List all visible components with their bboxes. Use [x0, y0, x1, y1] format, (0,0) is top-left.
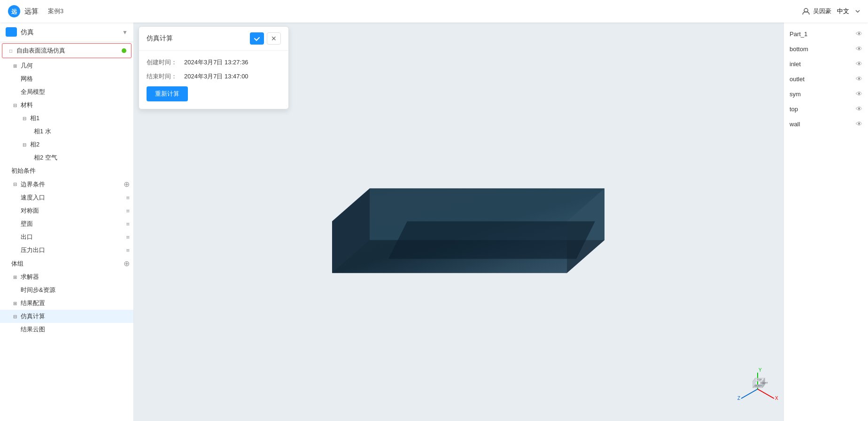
right-panel-item-sym[interactable]: sym 👁 [784, 86, 868, 101]
sim-panel-actions: ✕ [250, 32, 281, 45]
expand-icon-free-surface[interactable]: □ [7, 47, 15, 54]
tree-node-phase1-water[interactable]: 相1 水 [0, 125, 133, 138]
svg-text:Y: Y [759, 368, 762, 373]
menu-icon-sym-face[interactable]: ≡ [126, 207, 130, 214]
visibility-icon-inlet[interactable]: 👁 [856, 60, 862, 68]
right-panel-item-top[interactable]: top 👁 [784, 101, 868, 116]
sim-panel-close-btn[interactable]: ✕ [267, 32, 281, 45]
node-label-mesh: 网格 [21, 75, 130, 83]
tree-node-result-cloud[interactable]: 结果云图 [0, 323, 133, 336]
add-body-group-btn[interactable]: ⊕ [124, 259, 130, 268]
visibility-icon-top[interactable]: 👁 [856, 105, 862, 113]
right-panel-item-outlet[interactable]: outlet 👁 [784, 71, 868, 86]
right-panel-label-outlet: outlet [790, 76, 805, 83]
right-panel-item-bottom[interactable]: bottom 👁 [784, 41, 868, 56]
visibility-icon-sym[interactable]: 👁 [856, 90, 862, 98]
sim-icon [6, 27, 17, 37]
sim-panel-recalc: 重新计算 [147, 86, 281, 101]
tree-node-sym-face[interactable]: 对称面 ≡ [0, 204, 133, 217]
recalc-button[interactable]: 重新计算 [147, 86, 188, 101]
menu-icon-wall[interactable]: ≡ [126, 221, 130, 228]
right-panel-label-top: top [790, 106, 798, 113]
tree-node-timestep[interactable]: 时间步&资源 [0, 283, 133, 297]
tree-node-body-group[interactable]: 体组 ⊕ [0, 257, 133, 270]
node-label-solver: 求解器 [21, 273, 130, 281]
sidebar-collapse-btn[interactable]: ▼ [122, 29, 128, 36]
tree-node-phase2-air[interactable]: 相2 空气 [0, 151, 133, 164]
user-icon [802, 7, 810, 15]
tree-node-pressure-outlet[interactable]: 压力出口 ≡ [0, 244, 133, 257]
svg-line-17 [741, 389, 758, 398]
orientation-cube[interactable]: Y X Z FRONT TOP RIGHT [736, 368, 779, 412]
tree-node-mesh[interactable]: 网格 [0, 72, 133, 85]
node-label-phase2: 相2 [30, 140, 130, 149]
tree-node-boundary[interactable]: ⊟ 边界条件 ⊕ [0, 177, 133, 191]
tree-node-full-model[interactable]: 全局模型 [0, 85, 133, 99]
node-label-wall: 壁面 [21, 220, 124, 228]
node-label-phase1-water: 相1 水 [34, 127, 130, 136]
chevron-down-icon [855, 8, 860, 14]
close-x-icon: ✕ [271, 35, 277, 42]
node-label-result-cloud: 结果云图 [21, 325, 130, 334]
visibility-icon-part1[interactable]: 👁 [856, 30, 862, 38]
tree-node-initial-cond[interactable]: 初始条件 [0, 164, 133, 177]
node-label-sym-face: 对称面 [21, 207, 124, 215]
tree-node-velocity-inlet[interactable]: 速度入口 ≡ [0, 191, 133, 204]
sim-panel-title: 仿真计算 [147, 34, 250, 43]
node-label-initial-cond: 初始条件 [11, 167, 130, 175]
node-label-sim-calc: 仿真计算 [21, 312, 130, 321]
sidebar-header: 仿真 ▼ [0, 23, 133, 42]
tree-node-phase1[interactable]: ⊟ 相1 [0, 112, 133, 125]
right-panel-item-inlet[interactable]: inlet 👁 [784, 56, 868, 71]
node-label-pressure-outlet: 压力出口 [21, 246, 124, 254]
tree-node-outlet[interactable]: 出口 ≡ [0, 230, 133, 244]
sim-panel-header: 仿真计算 ✕ [139, 27, 288, 51]
sim-panel-created-row: 创建时间： 2024年3月7日 13:27:36 [147, 58, 281, 67]
expand-icon-result-config[interactable]: ⊞ [11, 299, 19, 307]
right-panel-label-bottom: bottom [790, 46, 808, 53]
node-label-material: 材料 [21, 101, 130, 109]
menu-icon-velocity-inlet[interactable]: ≡ [126, 194, 130, 201]
visibility-icon-wall[interactable]: 👁 [856, 120, 862, 128]
right-panel-label-inlet: inlet [790, 61, 801, 68]
svg-line-15 [758, 389, 774, 398]
node-label-boundary: 边界条件 [21, 180, 45, 189]
tree-container: □ 自由表面流场仿真 ⊞ 几何 网格 全局模型 ⊟ 材料 [0, 42, 133, 336]
add-boundary-btn[interactable]: ⊕ [124, 180, 130, 189]
topbar-right: 吴因豪 中文 [802, 7, 860, 15]
tree-node-phase2[interactable]: ⊟ 相2 [0, 138, 133, 151]
created-label: 创建时间： [147, 58, 184, 67]
tree-node-solver[interactable]: ⊞ 求解器 [0, 270, 133, 283]
expand-icon-boundary[interactable]: ⊟ [11, 181, 19, 188]
node-label-phase2-air: 相2 空气 [34, 153, 130, 162]
svg-text:Z: Z [737, 396, 740, 401]
status-dot-free-surface [122, 48, 126, 53]
expand-icon-geometry[interactable]: ⊞ [11, 62, 19, 69]
svg-text:RIGHT: RIGHT [760, 382, 768, 384]
node-label-body-group: 体组 [11, 260, 122, 268]
menu-icon-outlet[interactable]: ≡ [126, 234, 130, 241]
created-value: 2024年3月7日 13:27:36 [184, 58, 248, 67]
expand-icon-phase1[interactable]: ⊟ [21, 115, 28, 122]
node-label-timestep: 时间步&资源 [21, 286, 130, 294]
expand-icon-material[interactable]: ⊟ [11, 101, 19, 109]
language-selector[interactable]: 中文 [837, 7, 849, 15]
tree-node-result-config[interactable]: ⊞ 结果配置 [0, 297, 133, 310]
expand-icon-phase2[interactable]: ⊟ [21, 141, 28, 148]
tree-node-sim-calc[interactable]: ⊟ 仿真计算 [0, 310, 133, 323]
tree-node-free-surface[interactable]: □ 自由表面流场仿真 [2, 43, 132, 58]
right-panel-item-part1[interactable]: Part_1 👁 [784, 26, 868, 41]
tree-node-geometry[interactable]: ⊞ 几何 [0, 59, 133, 72]
node-label-outlet: 出口 [21, 233, 124, 241]
tree-node-material[interactable]: ⊟ 材料 [0, 99, 133, 112]
right-panel-item-wall[interactable]: wall 👁 [784, 116, 868, 131]
visibility-icon-outlet[interactable]: 👁 [856, 75, 862, 83]
tree-node-wall[interactable]: 壁面 ≡ [0, 217, 133, 230]
sidebar: 仿真 ▼ □ 自由表面流场仿真 ⊞ 几何 网格 全局模型 [0, 23, 134, 421]
menu-icon-pressure-outlet[interactable]: ≡ [126, 247, 130, 254]
sim-panel-confirm-btn[interactable] [250, 32, 264, 45]
expand-icon-solver[interactable]: ⊞ [11, 273, 19, 281]
logo-area: 远 远算 案例3 [8, 5, 63, 18]
expand-icon-sim-calc[interactable]: ⊟ [11, 313, 19, 320]
visibility-icon-bottom[interactable]: 👁 [856, 45, 862, 53]
